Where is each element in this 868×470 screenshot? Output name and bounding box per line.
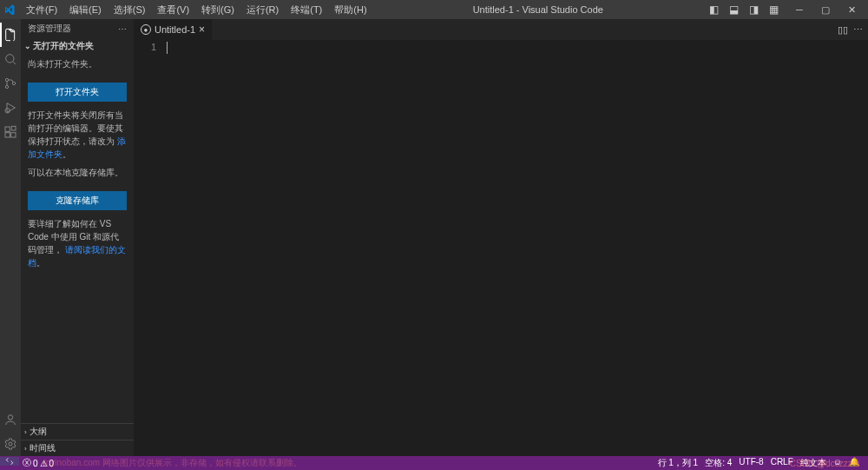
chevron-right-icon: › (24, 428, 27, 436)
no-folder-text: 尚未打开文件夹。 (28, 57, 127, 70)
activity-search[interactable] (0, 47, 21, 71)
svg-point-1 (5, 78, 8, 81)
toggle-secondary-sidebar-icon[interactable]: ◨ (744, 0, 763, 19)
chevron-down-icon: ⌄ (24, 42, 31, 50)
svg-rect-6 (5, 133, 10, 137)
toggle-panel-icon[interactable]: ⬓ (724, 0, 743, 19)
outline-section[interactable]: › 大纲 (21, 423, 134, 440)
explorer-sidebar: 资源管理器 ⋯ ⌄ 无打开的文件夹 尚未打开文件夹。 打开文件夹 打开文件夹将关… (21, 19, 134, 456)
notifications-icon[interactable]: 🔔 (845, 457, 863, 467)
minimap[interactable] (807, 40, 868, 456)
tab-label: Untitled-1 (155, 24, 195, 35)
menu-view[interactable]: 查看(V) (152, 2, 194, 18)
svg-rect-5 (5, 127, 10, 131)
activity-settings[interactable] (0, 432, 21, 456)
svg-point-0 (6, 55, 14, 63)
no-folder-section: ⌄ 无打开的文件夹 尚未打开文件夹。 打开文件夹 打开文件夹将关闭所有当前打开的… (21, 38, 134, 278)
open-folder-button[interactable]: 打开文件夹 (28, 83, 127, 102)
feedback-icon[interactable]: ☺ (830, 457, 845, 467)
activity-extensions[interactable] (0, 120, 21, 144)
text-cursor (167, 42, 168, 54)
editor-area: ● Untitled-1 × ▯▯ ⋯ 1 (134, 19, 868, 456)
open-folder-description: 打开文件夹将关闭所有当前打开的编辑器。要使其保持打开状态，请改为 添加文件夹。 (28, 109, 127, 161)
line-gutter: 1 (134, 40, 165, 456)
menu-go[interactable]: 转到(G) (196, 2, 240, 18)
editor-tab[interactable]: ● Untitled-1 × (134, 19, 213, 40)
svg-rect-8 (11, 126, 16, 130)
language-mode[interactable]: 纯文本 (797, 457, 830, 469)
chevron-right-icon: › (24, 445, 27, 453)
menu-terminal[interactable]: 终端(T) (286, 2, 327, 18)
menu-file[interactable]: 文件(F) (21, 2, 62, 18)
activity-source-control[interactable] (0, 71, 21, 96)
menu-edit[interactable]: 编辑(E) (64, 2, 107, 18)
timeline-section[interactable]: › 时间线 (21, 440, 134, 456)
timeline-label: 时间线 (30, 442, 56, 454)
problems-item[interactable]: ⓧ0 ⚠0 (19, 457, 57, 469)
line-number: 1 (134, 42, 156, 52)
svg-point-9 (8, 415, 12, 420)
activity-accounts[interactable] (0, 407, 21, 432)
window-title: Untitled-1 - Visual Studio Code (372, 4, 704, 15)
activity-explorer[interactable] (0, 23, 21, 47)
activity-run-debug[interactable] (0, 96, 21, 120)
close-button[interactable]: ✕ (838, 0, 865, 19)
toggle-primary-sidebar-icon[interactable]: ◧ (704, 0, 723, 19)
sidebar-header: 资源管理器 ⋯ (21, 19, 134, 38)
activity-bar (0, 19, 21, 456)
tab-close-icon[interactable]: × (199, 23, 205, 36)
warning-icon: ⚠ (40, 459, 48, 468)
tab-bar: ● Untitled-1 × ▯▯ ⋯ (134, 19, 868, 40)
eol[interactable]: CRLF (767, 457, 797, 467)
watermark-left: toyinoban.com 网络图片仅供展示，非存储，如有侵权请联系删除。 (43, 457, 302, 469)
section-toggle[interactable]: ⌄ 无打开的文件夹 (21, 38, 134, 54)
menu-help[interactable]: 帮助(H) (329, 2, 372, 18)
layout-controls: ◧ ⬓ ◨ ▦ (704, 0, 783, 19)
more-actions-icon[interactable]: ⋯ (853, 24, 863, 36)
text-input-area[interactable] (165, 40, 807, 456)
status-bar: ⓧ0 ⚠0 行 1，列 1 空格: 4 UTF-8 CRLF 纯文本 ☺ 🔔 t… (0, 456, 868, 470)
menu-selection[interactable]: 选择(S) (108, 2, 151, 18)
title-bar: 文件(F) 编辑(E) 选择(S) 查看(V) 转到(G) 运行(R) 终端(T… (0, 0, 868, 19)
file-modified-icon: ● (141, 24, 151, 35)
svg-point-2 (5, 85, 8, 88)
outline-label: 大纲 (30, 426, 47, 438)
svg-point-3 (12, 82, 15, 84)
vscode-logo-icon (3, 3, 16, 16)
remote-indicator[interactable] (0, 457, 19, 466)
sidebar-more-icon[interactable]: ⋯ (118, 24, 127, 34)
split-editor-icon[interactable]: ▯▯ (838, 24, 848, 36)
text-editor[interactable]: 1 (134, 40, 868, 456)
maximize-button[interactable]: ▢ (812, 0, 838, 19)
minimize-button[interactable]: ─ (786, 0, 812, 19)
menu-bar: 文件(F) 编辑(E) 选择(S) 查看(V) 转到(G) 运行(R) 终端(T… (21, 2, 372, 18)
clone-repo-button[interactable]: 克隆存储库 (28, 191, 127, 210)
error-icon: ⓧ (23, 457, 31, 469)
window-controls: ─ ▢ ✕ (786, 0, 865, 19)
section-title-label: 无打开的文件夹 (33, 40, 94, 52)
learn-description: 要详细了解如何在 VS Code 中使用 Git 和源代码管理， 请阅读我们的文… (28, 217, 127, 269)
main-area: 资源管理器 ⋯ ⌄ 无打开的文件夹 尚未打开文件夹。 打开文件夹 打开文件夹将关… (0, 19, 868, 456)
cursor-position[interactable]: 行 1，列 1 (654, 457, 702, 469)
encoding[interactable]: UTF-8 (735, 457, 766, 467)
tab-actions: ▯▯ ⋯ (838, 19, 868, 40)
indentation[interactable]: 空格: 4 (701, 457, 735, 469)
clone-description: 可以在本地克隆存储库。 (28, 166, 127, 179)
menu-run[interactable]: 运行(R) (241, 2, 284, 18)
customize-layout-icon[interactable]: ▦ (764, 0, 783, 19)
svg-point-10 (9, 442, 12, 446)
svg-rect-7 (11, 133, 16, 137)
sidebar-title: 资源管理器 (28, 23, 71, 35)
